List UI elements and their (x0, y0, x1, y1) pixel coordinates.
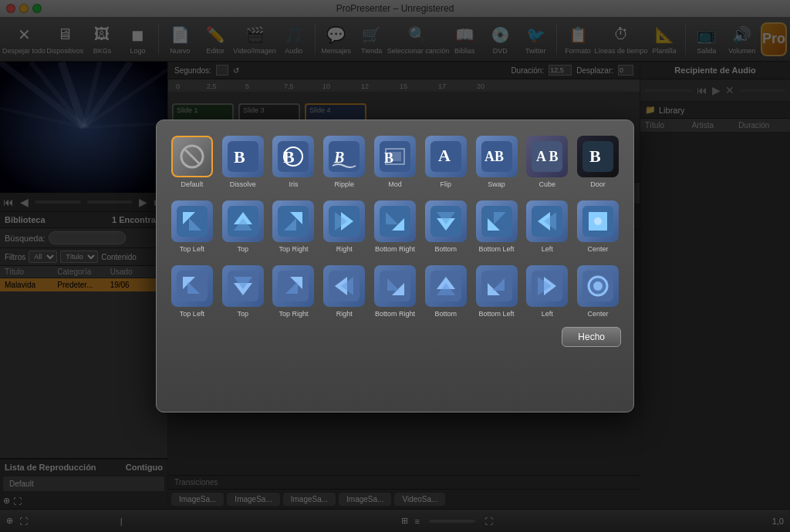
trans-r2-left[interactable]: Left (524, 197, 570, 256)
svg-text:A B: A B (536, 149, 559, 164)
r2-right-label: Right (336, 245, 353, 253)
r2-left-icon (526, 200, 568, 242)
trans-r3-topleft[interactable]: Top Left (169, 262, 215, 321)
r3-topleft-label: Top Left (180, 310, 204, 318)
trans-flip[interactable]: A Flip (423, 133, 469, 191)
trans-r3-center[interactable]: Center (575, 262, 621, 321)
svg-text:AB: AB (484, 149, 504, 164)
trans-r3-topright[interactable]: Top Right (271, 262, 317, 321)
trans-iris-label: Iris (289, 180, 298, 188)
trans-r2-topleft[interactable]: Top Left (169, 197, 215, 256)
svg-point-87 (594, 217, 602, 225)
trans-r2-bottomright[interactable]: Bottom Right (372, 197, 418, 256)
r2-top-label: Top (237, 245, 248, 253)
flip-icon: A (425, 136, 467, 177)
swap-icon: AB (476, 136, 518, 177)
modal-footer: Hecho (169, 327, 621, 347)
r2-right-icon (323, 200, 365, 242)
r2-bottom-icon (425, 200, 467, 242)
trans-r3-bottomleft[interactable]: Bottom Left (474, 262, 520, 321)
trans-door-label: Door (590, 180, 606, 188)
r3-bottomright-label: Bottom Right (375, 310, 415, 318)
trans-default-label: Default (181, 180, 204, 188)
trans-swap-label: Swap (488, 180, 505, 188)
done-button[interactable]: Hecho (562, 327, 621, 347)
dissolve-icon: B (222, 136, 264, 177)
r3-bottomleft-icon (476, 265, 518, 307)
r3-bottomright-icon (374, 265, 416, 307)
default-icon (171, 136, 213, 177)
ripple-icon: B (323, 136, 365, 177)
trans-ripple[interactable]: B Ripple (321, 133, 367, 191)
trans-door[interactable]: B Door (575, 133, 621, 191)
transitions-dialog: Default B Dissolve B (156, 120, 634, 412)
r3-center-label: Center (588, 310, 609, 318)
svg-text:B: B (589, 146, 601, 166)
r3-center-icon (577, 265, 619, 307)
trans-r2-center[interactable]: Center (575, 197, 621, 256)
trans-r2-top[interactable]: Top (220, 197, 266, 256)
trans-dissolve[interactable]: B Dissolve (220, 133, 266, 191)
svg-text:B: B (234, 147, 245, 167)
r2-center-label: Center (588, 245, 609, 253)
cube-icon: A B (526, 136, 568, 177)
trans-iris[interactable]: B Iris (271, 133, 317, 191)
transition-row-1: Default B Dissolve B (169, 133, 621, 191)
trans-default[interactable]: Default (169, 133, 215, 191)
trans-r3-bottomright[interactable]: Bottom Right (372, 262, 418, 321)
trans-r2-right[interactable]: Right (321, 197, 367, 256)
r2-topleft-icon (171, 200, 213, 242)
iris-icon: B (272, 136, 314, 177)
r2-topright-label: Top Right (279, 245, 308, 253)
svg-text:B: B (333, 149, 344, 166)
svg-text:A: A (438, 146, 451, 165)
trans-swap[interactable]: AB Swap (474, 133, 520, 191)
r2-left-label: Left (542, 245, 553, 253)
r3-bottom-label: Bottom (435, 310, 457, 318)
trans-r2-bottomleft[interactable]: Bottom Left (474, 197, 520, 256)
trans-flip-label: Flip (441, 180, 452, 188)
trans-cube[interactable]: A B Cube (524, 133, 570, 191)
trans-r3-bottom[interactable]: Bottom (423, 262, 469, 321)
r3-left-label: Left (542, 310, 553, 318)
r2-bottomright-label: Bottom Right (375, 245, 415, 253)
trans-ripple-label: Ripple (334, 180, 354, 188)
trans-r3-right[interactable]: Right (321, 262, 367, 321)
trans-r2-topright[interactable]: Top Right (271, 197, 317, 256)
r2-topleft-label: Top Left (180, 245, 204, 253)
r2-bottomright-icon (374, 200, 416, 242)
r2-bottom-label: Bottom (435, 245, 457, 253)
r2-bottomleft-icon (476, 200, 518, 242)
r2-center-icon (577, 200, 619, 242)
r3-top-label: Top (237, 310, 248, 318)
svg-point-114 (593, 281, 603, 291)
r3-top-icon (222, 265, 264, 307)
r2-bottomleft-label: Bottom Left (479, 245, 515, 253)
svg-text:B: B (283, 147, 295, 167)
r2-top-icon (222, 200, 264, 242)
trans-r2-bottom[interactable]: Bottom (423, 197, 469, 256)
r3-bottom-icon (425, 265, 467, 307)
r3-right-label: Right (336, 310, 353, 318)
r3-topright-label: Top Right (279, 310, 308, 318)
trans-cube-label: Cube (539, 180, 556, 188)
r2-topright-icon (272, 200, 314, 242)
r3-topright-icon (272, 265, 314, 307)
trans-mod[interactable]: B Mod (372, 133, 418, 191)
trans-dissolve-label: Dissolve (230, 180, 256, 188)
svg-rect-49 (389, 152, 401, 161)
trans-mod-label: Mod (388, 180, 402, 188)
transition-row-3: Top Left Top Top Right (169, 262, 621, 321)
r3-left-icon (526, 265, 568, 307)
transition-row-2: Top Left Top Top Right (169, 197, 621, 256)
svg-line-38 (184, 149, 200, 164)
r3-bottomleft-label: Bottom Left (479, 310, 515, 318)
r3-topleft-icon (171, 265, 213, 307)
r3-right-icon (323, 265, 365, 307)
trans-r3-top[interactable]: Top (220, 262, 266, 321)
mod-icon: B (374, 136, 416, 177)
trans-r3-left[interactable]: Left (524, 262, 570, 321)
modal-overlay: Default B Dissolve B (0, 0, 790, 532)
door-icon: B (577, 136, 619, 177)
